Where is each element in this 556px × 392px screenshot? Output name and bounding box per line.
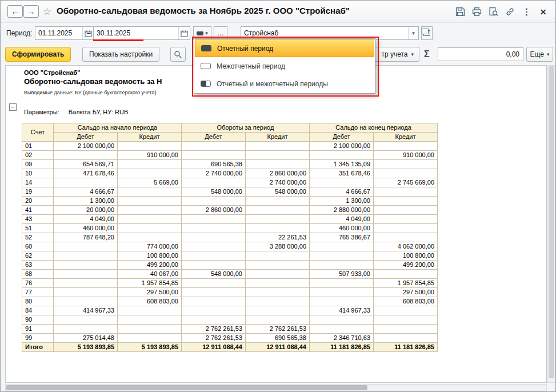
table-row[interactable]: 84414 967,33414 967,33 (22, 306, 438, 315)
collapse-group-button[interactable]: − (9, 103, 17, 111)
account-cell: 60 (22, 242, 54, 251)
generate-button[interactable]: Сформировать (5, 47, 71, 62)
amount-cell (54, 315, 118, 325)
table-row[interactable]: 09654 569,71690 565,381 345 135,09 (22, 160, 438, 169)
report-table-body: 012 100 000,002 100 000,0002910 000,0091… (22, 142, 438, 352)
table-row[interactable]: 52787 648,2022 261,53765 386,67 (22, 233, 438, 242)
amount-cell (118, 315, 182, 325)
favorite-star-icon[interactable]: ☆ (43, 6, 51, 18)
sum-field (438, 47, 523, 61)
amount-cell: 2 762 261,53 (182, 325, 246, 334)
amount-cell (374, 334, 438, 343)
forward-button[interactable]: → (23, 5, 39, 18)
table-row[interactable]: 77297 500,00297 500,00 (22, 288, 438, 297)
organization-dropdown-button[interactable]: ▾ (408, 27, 418, 39)
vertical-scrollbar[interactable] (547, 65, 555, 383)
more-button[interactable]: Еще ▾ (526, 47, 553, 62)
amount-cell (182, 142, 246, 151)
report-area: − ООО "Стройснаб" Оборотно-сальдовая вед… (5, 65, 547, 383)
period-menu-item[interactable]: Отчетный период (195, 39, 374, 57)
save-button[interactable] (455, 6, 466, 17)
table-row[interactable]: 194 666,67548 000,00548 000,004 666,67 (22, 187, 438, 197)
date-from-input[interactable] (35, 29, 82, 37)
amount-cell (118, 160, 182, 169)
sum-input[interactable] (438, 48, 523, 61)
account-cell: 14 (22, 178, 54, 187)
period-label: Период: (6, 29, 32, 37)
amount-cell (310, 261, 374, 270)
amount-cell (246, 288, 310, 297)
amount-cell (54, 279, 118, 288)
window-title: Оборотно-сальдовая ведомость за Ноябрь 2… (57, 6, 350, 15)
amount-cell (246, 224, 310, 233)
date-to-field (93, 26, 190, 40)
amount-cell: 11 181 826,85 (310, 343, 374, 352)
amount-cell: 1 300,00 (54, 197, 118, 206)
table-row[interactable]: 90 (22, 315, 438, 325)
amount-cell: 2 880 000,00 (310, 206, 374, 215)
table-row[interactable]: 761 957 854,851 957 854,85 (22, 279, 438, 288)
table-total-row[interactable]: Итого5 193 893,855 193 893,8512 911 088,… (22, 343, 438, 352)
table-row[interactable]: 02910 000,00910 000,00 (22, 151, 438, 160)
table-row[interactable]: 80608 803,00608 803,00 (22, 297, 438, 306)
print-preview-button[interactable] (488, 6, 499, 17)
amount-cell: 3 288 000,00 (246, 242, 310, 251)
table-row[interactable]: 912 762 261,532 762 261,53 (22, 325, 438, 334)
amount-cell (246, 279, 310, 288)
amount-cell (54, 251, 118, 261)
table-row[interactable]: 6840 067,00548 000,00507 933,00 (22, 270, 438, 279)
amount-cell: 4 049,00 (54, 215, 118, 224)
amount-cell (374, 270, 438, 279)
amount-cell (310, 325, 374, 334)
table-row[interactable]: 99275 014,482 762 261,53690 565,382 346 … (22, 334, 438, 343)
amount-cell: 910 000,00 (118, 151, 182, 160)
period-menu-item[interactable]: Отчетный и межотчетный периоды (195, 75, 374, 93)
search-button[interactable] (170, 47, 186, 62)
chevron-down-icon: ▾ (547, 51, 550, 57)
table-row[interactable]: 63499 200,00499 200,00 (22, 261, 438, 270)
close-button[interactable]: ✕ (538, 6, 549, 17)
back-button[interactable]: ← (7, 5, 23, 18)
amount-cell (54, 270, 118, 279)
organization-open-button[interactable] (421, 26, 433, 40)
amount-cell (246, 251, 310, 261)
date-from-field (35, 26, 94, 40)
more-button-label: Еще (530, 50, 544, 58)
table-row[interactable]: 145 669,002 740 000,002 745 669,00 (22, 178, 438, 187)
account-cell: 80 (22, 297, 54, 306)
report-output-data: Выводимые данные: БУ (данные бухгалтерск… (24, 90, 157, 95)
table-row[interactable]: 012 100 000,002 100 000,00 (22, 142, 438, 151)
amount-cell (374, 306, 438, 315)
table-row[interactable]: 10471 678,462 740 000,002 860 000,00351 … (22, 169, 438, 178)
date-to-calendar-button[interactable] (178, 27, 190, 39)
col-header-credit: Кредит (118, 133, 182, 142)
table-row[interactable]: 201 300,001 300,00 (22, 197, 438, 206)
table-row[interactable]: 62100 800,00100 800,00 (22, 251, 438, 261)
forward-arrow-icon: → (27, 7, 35, 16)
table-row[interactable]: 434 049,004 049,00 (22, 215, 438, 224)
amount-cell (118, 215, 182, 224)
table-row[interactable]: 4120 000,002 860 000,002 880 000,00 (22, 206, 438, 215)
amount-cell (246, 151, 310, 160)
report-period-icon (201, 45, 211, 51)
more-menu-button[interactable]: ⋮ (521, 6, 532, 17)
amount-cell (246, 206, 310, 215)
table-row[interactable]: 60774 000,003 288 000,004 062 000,00 (22, 242, 438, 251)
amount-cell (182, 279, 246, 288)
search-icon (174, 50, 182, 59)
date-to-input[interactable] (94, 29, 178, 37)
vertical-scrollbar-thumb[interactable] (549, 66, 554, 378)
horizontal-scrollbar[interactable] (5, 384, 547, 391)
organization-input[interactable] (241, 29, 408, 37)
period-menu-item[interactable]: Межотчетный период (195, 57, 374, 75)
sum-sigma-icon[interactable]: Σ (424, 49, 430, 59)
horizontal-scrollbar-thumb[interactable] (6, 385, 367, 390)
amount-cell (118, 334, 182, 343)
table-row[interactable]: 51460 000,00460 000,00 (22, 224, 438, 233)
link-button[interactable] (505, 6, 515, 17)
show-settings-button[interactable]: Показать настройки (82, 47, 159, 62)
amount-cell (310, 315, 374, 325)
amount-cell (246, 215, 310, 224)
print-button[interactable] (471, 6, 482, 17)
amount-cell (246, 315, 310, 325)
